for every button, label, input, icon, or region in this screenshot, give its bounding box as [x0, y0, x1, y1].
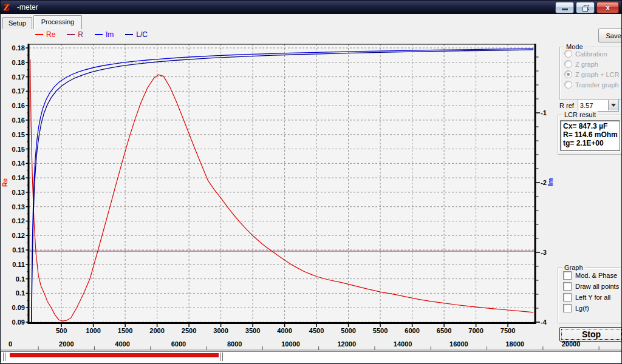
lcr-value-line: Cx= 847.3 µF: [563, 122, 620, 130]
save-button[interactable]: Save: [598, 29, 622, 42]
svg-text:7500: 7500: [501, 327, 515, 334]
svg-text:-2: -2: [541, 179, 547, 186]
y-right-axis-title: Im: [547, 178, 554, 186]
r-ref-combobox[interactable]: 3.57: [578, 99, 619, 112]
lcr-value-line: R= 114.6 mOhm: [563, 130, 620, 139]
r-ref-label: R ref: [559, 102, 574, 109]
radio-icon[interactable]: [564, 50, 572, 58]
lcr-value-line: tg= 2.1E+00: [563, 139, 620, 147]
checkbox-icon[interactable]: [563, 271, 572, 280]
legend-label: Im: [106, 30, 114, 39]
window-title: -meter: [17, 3, 38, 12]
svg-text:2500: 2500: [182, 327, 196, 334]
svg-text:5000: 5000: [341, 327, 355, 334]
close-button[interactable]: x: [596, 2, 619, 13]
svg-text:1500: 1500: [118, 327, 132, 334]
r-ref-row: R ref 3.57: [559, 99, 619, 112]
r-ref-value: 3.57: [578, 102, 608, 109]
radio-icon[interactable]: [564, 60, 572, 68]
legend: ReRImL/C: [35, 30, 148, 39]
radio-icon[interactable]: [564, 70, 572, 78]
graph-option-lg-f-[interactable]: Lg(f): [563, 304, 622, 312]
svg-text:3000: 3000: [213, 327, 228, 334]
svg-text:0.09: 0.09: [12, 304, 25, 311]
legend-dash-icon: [125, 34, 133, 35]
svg-text:4000: 4000: [115, 340, 129, 348]
svg-text:-1: -1: [541, 109, 547, 116]
mode-options: CalibrationZ graphZ graph + LCRTransfer …: [560, 50, 622, 89]
legend-label: L/C: [136, 30, 148, 39]
app-icon-z: Z: [3, 2, 14, 12]
svg-text:0.16: 0.16: [12, 102, 25, 109]
svg-text:0.18: 0.18: [12, 59, 25, 66]
checkbox-icon[interactable]: [563, 304, 572, 312]
svg-text:10000: 10000: [281, 340, 300, 348]
mode-option-calibration[interactable]: Calibration: [564, 50, 622, 58]
radio-icon[interactable]: [564, 81, 572, 89]
graph-option-draw-all-points[interactable]: Draw all points: [563, 282, 622, 290]
checkbox-label: Mod. & Phase: [575, 272, 617, 279]
slider-thumb-left[interactable]: [2, 352, 9, 361]
checkbox-label: Left Y for all: [575, 294, 610, 301]
radio-label: Z graph + LCR: [575, 71, 619, 78]
chart-canvas: 0.180.180.170.170.160.160.150.150.140.14…: [1, 1, 622, 364]
graph-option-mod-phase[interactable]: Mod. & Phase: [563, 271, 622, 279]
mode-option-transfer-graph[interactable]: Transfer graph: [564, 81, 622, 89]
checkbox-label: Lg(f): [575, 305, 589, 312]
mode-option-z-graph-lcr[interactable]: Z graph + LCR: [564, 70, 622, 78]
checkbox-icon[interactable]: [563, 293, 572, 302]
slider-thumb-right[interactable]: [219, 352, 226, 361]
close-icon: x: [606, 4, 610, 12]
svg-text:0.18: 0.18: [12, 44, 25, 52]
legend-dash-icon: [67, 34, 75, 35]
chevron-down-icon: [611, 104, 616, 107]
svg-text:2000: 2000: [59, 340, 73, 348]
r-ref-dropdown-button[interactable]: [608, 100, 618, 110]
svg-text:0.17: 0.17: [12, 87, 25, 95]
checkbox-icon[interactable]: [563, 282, 572, 291]
svg-text:6000: 6000: [171, 340, 186, 348]
svg-text:0.11: 0.11: [12, 246, 25, 254]
app-window: Z -meter x Setup Processing ReRImL/C 0.1…: [0, 0, 622, 364]
restore-button[interactable]: [576, 2, 595, 13]
svg-text:18000: 18000: [505, 340, 524, 348]
tab-processing[interactable]: Processing: [33, 15, 82, 29]
legend-label: R: [78, 30, 83, 39]
progress-track[interactable]: [1, 351, 621, 362]
svg-text:0.09: 0.09: [12, 318, 25, 326]
legend-dash-icon: [35, 34, 43, 35]
lcr-result-title: LCR result: [562, 111, 598, 118]
svg-text:16000: 16000: [449, 340, 468, 348]
svg-text:4500: 4500: [309, 327, 324, 334]
svg-text:-3: -3: [541, 249, 547, 256]
svg-text:0.11: 0.11: [12, 261, 25, 268]
graph-option-left-y-for-all[interactable]: Left Y for all: [563, 293, 622, 301]
progress-fill: [10, 353, 219, 357]
tab-setup[interactable]: Setup: [2, 17, 32, 29]
svg-text:0.16: 0.16: [12, 116, 25, 124]
svg-text:0.17: 0.17: [12, 73, 25, 81]
minimize-icon: [562, 8, 568, 10]
legend-item-r: R: [67, 30, 83, 39]
stop-button[interactable]: Stop: [559, 327, 622, 342]
svg-text:3500: 3500: [245, 327, 260, 334]
y-left-axis-title: Re: [1, 178, 9, 187]
svg-text:8000: 8000: [227, 340, 242, 348]
svg-text:1000: 1000: [86, 327, 100, 334]
svg-text:0.1: 0.1: [16, 289, 25, 297]
svg-text:14000: 14000: [394, 340, 412, 348]
svg-text:2000: 2000: [149, 327, 164, 334]
graph-options: Mod. & PhaseDraw all pointsLeft Y for al…: [558, 271, 622, 312]
mode-group: Mode CalibrationZ graphZ graph + LCRTran…: [559, 47, 622, 100]
svg-text:0.13: 0.13: [12, 189, 25, 196]
radio-label: Calibration: [575, 50, 607, 58]
lcr-result-box: Cx= 847.3 µFR= 114.6 mOhmtg= 2.1E+00: [561, 121, 620, 151]
legend-dash-icon: [95, 34, 103, 35]
svg-text:0.12: 0.12: [12, 217, 25, 224]
titlebar: Z -meter x: [1, 1, 621, 14]
legend-item-im: Im: [95, 30, 114, 39]
minimize-button[interactable]: [555, 2, 574, 13]
mode-option-z-graph[interactable]: Z graph: [564, 60, 622, 68]
svg-text:12000: 12000: [338, 340, 357, 348]
checkbox-label: Draw all points: [575, 283, 619, 290]
